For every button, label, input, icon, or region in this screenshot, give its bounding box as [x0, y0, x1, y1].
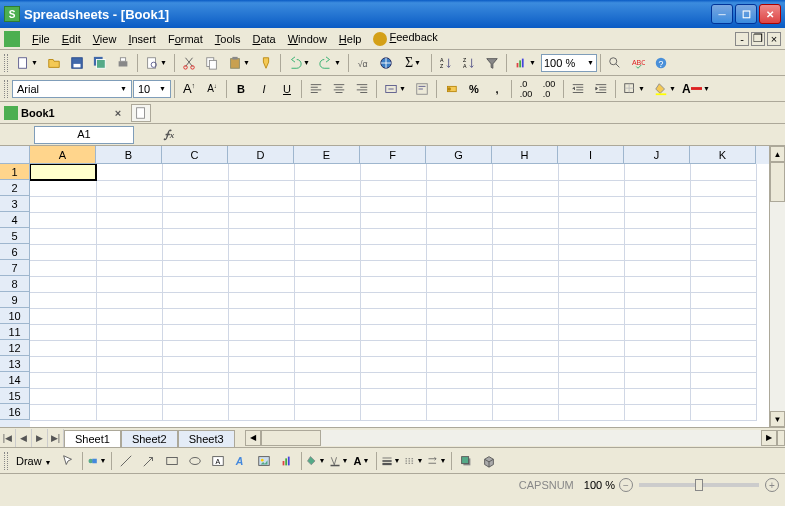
toolbar-handle[interactable] [4, 80, 8, 98]
cell[interactable] [228, 180, 294, 196]
cell[interactable] [558, 228, 624, 244]
cell[interactable] [624, 324, 690, 340]
menu-tools[interactable]: Tools [209, 31, 247, 47]
cell[interactable] [360, 340, 426, 356]
cell[interactable] [624, 228, 690, 244]
cell[interactable] [96, 356, 162, 372]
cell[interactable] [294, 228, 360, 244]
cell[interactable] [426, 388, 492, 404]
print-preview-button[interactable]: ▼ [141, 52, 171, 74]
maximize-button[interactable]: ☐ [735, 4, 757, 24]
row-header[interactable]: 1 [0, 164, 30, 180]
cell[interactable] [294, 308, 360, 324]
cell[interactable] [624, 244, 690, 260]
cell[interactable] [228, 308, 294, 324]
cell[interactable] [558, 276, 624, 292]
insert-chart-button[interactable] [276, 450, 298, 472]
cell[interactable] [360, 324, 426, 340]
row-header[interactable]: 4 [0, 212, 30, 228]
cell[interactable] [492, 164, 558, 180]
menu-edit[interactable]: Edit [56, 31, 87, 47]
cell[interactable] [96, 292, 162, 308]
scroll-split-button[interactable] [777, 430, 785, 446]
cell[interactable] [624, 260, 690, 276]
cell[interactable] [426, 356, 492, 372]
cell[interactable] [30, 356, 96, 372]
italic-button[interactable]: I [253, 78, 275, 100]
draw-menu-button[interactable]: Draw ▼ [12, 453, 56, 469]
cell[interactable] [228, 388, 294, 404]
autosum-button[interactable]: Σ▼ [398, 52, 428, 74]
row-header[interactable]: 5 [0, 228, 30, 244]
cell[interactable] [228, 276, 294, 292]
cell[interactable] [228, 372, 294, 388]
cell[interactable] [426, 308, 492, 324]
cell[interactable] [30, 180, 96, 196]
copy-button[interactable] [201, 52, 223, 74]
underline-button[interactable]: U [276, 78, 298, 100]
cell[interactable] [162, 324, 228, 340]
format-painter-button[interactable] [255, 52, 277, 74]
sort-asc-button[interactable]: AZ [435, 52, 457, 74]
cell[interactable] [228, 164, 294, 180]
function-button[interactable]: √α [352, 52, 374, 74]
row-header[interactable]: 14 [0, 372, 30, 388]
cell[interactable] [30, 260, 96, 276]
column-header[interactable]: B [96, 146, 162, 164]
cell[interactable] [228, 244, 294, 260]
oval-button[interactable] [184, 450, 206, 472]
cell[interactable] [360, 244, 426, 260]
cell[interactable] [360, 196, 426, 212]
mdi-minimize-button[interactable]: - [735, 32, 749, 46]
cell[interactable] [228, 260, 294, 276]
cell[interactable] [492, 276, 558, 292]
find-button[interactable] [604, 52, 626, 74]
chart-button[interactable]: ▼ [510, 52, 540, 74]
open-button[interactable] [43, 52, 65, 74]
textbox-button[interactable]: A [207, 450, 229, 472]
font-combo[interactable]: Arial▼ [12, 80, 132, 98]
doc-tab-name[interactable]: Book1 [21, 107, 55, 119]
align-right-button[interactable] [351, 78, 373, 100]
cell[interactable] [426, 164, 492, 180]
cell[interactable] [96, 228, 162, 244]
cell[interactable] [558, 196, 624, 212]
cell[interactable] [360, 164, 426, 180]
cell[interactable] [30, 308, 96, 324]
column-header[interactable]: C [162, 146, 228, 164]
sort-desc-button[interactable]: ZA [458, 52, 480, 74]
cell[interactable] [228, 292, 294, 308]
row-header[interactable]: 9 [0, 292, 30, 308]
cell[interactable] [624, 388, 690, 404]
cell[interactable] [162, 356, 228, 372]
cell[interactable] [558, 164, 624, 180]
wordart-button[interactable]: A [230, 450, 252, 472]
cell[interactable] [558, 340, 624, 356]
row-header[interactable]: 16 [0, 404, 30, 420]
cell[interactable] [558, 212, 624, 228]
insert-picture-button[interactable] [253, 450, 275, 472]
cell[interactable] [162, 212, 228, 228]
cell[interactable] [492, 260, 558, 276]
cell[interactable] [492, 388, 558, 404]
sheet-tab-1[interactable]: Sheet1 [64, 430, 121, 447]
cell[interactable] [558, 260, 624, 276]
cell[interactable] [492, 308, 558, 324]
cell[interactable] [624, 164, 690, 180]
merge-cells-button[interactable]: ▼ [380, 78, 410, 100]
cell[interactable] [624, 308, 690, 324]
cell[interactable] [294, 196, 360, 212]
cells-area[interactable] [30, 164, 769, 427]
cell[interactable] [30, 324, 96, 340]
cell[interactable] [162, 260, 228, 276]
cell[interactable] [294, 356, 360, 372]
cell[interactable] [492, 212, 558, 228]
menu-insert[interactable]: Insert [122, 31, 162, 47]
status-zoom-value[interactable]: 100 % [584, 479, 615, 491]
cell[interactable] [294, 372, 360, 388]
row-header[interactable]: 2 [0, 180, 30, 196]
cell[interactable] [162, 372, 228, 388]
scroll-left-button[interactable]: ◀ [245, 430, 261, 446]
fill-color-button[interactable]: ▼ [650, 78, 680, 100]
cell[interactable] [624, 196, 690, 212]
